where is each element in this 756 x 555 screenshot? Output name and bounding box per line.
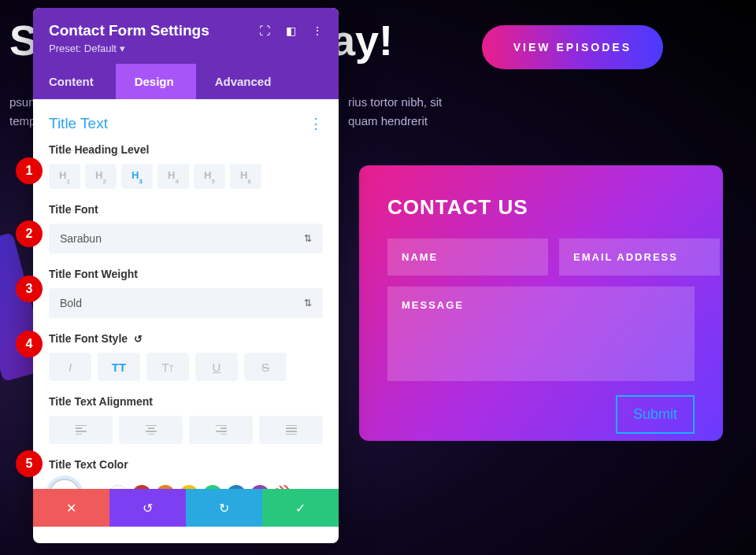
annotation-3: 3 [16, 276, 43, 302]
tab-advanced[interactable]: Advanced [196, 64, 294, 99]
snap-icon[interactable]: ◧ [286, 24, 296, 37]
title-font-select[interactable]: Sarabun ⇅ [49, 224, 323, 253]
message-field[interactable] [387, 287, 695, 381]
smallcaps-button[interactable]: TT [146, 353, 189, 381]
dropdown-caret-icon: ▾ [120, 43, 125, 54]
underline-button[interactable]: U [195, 353, 238, 381]
title-color-group: Title Text Color ••• Saved Global Recent… [49, 458, 323, 489]
panel-tabs: Content Design Advanced [33, 64, 339, 99]
cancel-button[interactable]: ✕ [33, 489, 109, 527]
panel-title: Contact Form Settings [49, 22, 209, 39]
h2-button[interactable]: H2 [85, 164, 117, 189]
annotation-1: 1 [16, 157, 43, 184]
color-swatch-current[interactable] [49, 479, 80, 489]
title-weight-value: Bold [60, 297, 82, 309]
settings-panel: Contact Form Settings ⛶ ◧ ⋮ Preset: Defa… [33, 8, 339, 543]
title-color-label: Title Text Color [49, 458, 323, 471]
tab-content[interactable]: Content [33, 64, 116, 99]
bg-desc-r2: quam hendrerit [348, 112, 428, 131]
heading-level-group: Title Heading Level H1 H2 H3 H4 H5 H6 [49, 143, 323, 189]
align-center-button[interactable] [119, 416, 183, 444]
title-align-label: Title Text Alignment [49, 395, 323, 408]
annotation-5: 5 [16, 450, 43, 477]
contact-heading: CONTACT US [387, 195, 695, 220]
email-field[interactable] [559, 239, 720, 276]
select-caret-icon: ⇅ [304, 233, 312, 244]
panel-header: Contact Form Settings ⛶ ◧ ⋮ Preset: Defa… [33, 8, 339, 64]
select-caret-icon: ⇅ [304, 298, 312, 309]
h1-button[interactable]: H1 [49, 164, 80, 189]
panel-footer: ✕ ↺ ↻ ✓ [33, 489, 339, 527]
submit-button[interactable]: Submit [616, 395, 695, 434]
annotation-4: 4 [16, 331, 43, 357]
uppercase-button[interactable]: TT [98, 353, 140, 381]
title-style-label-text: Title Font Style [49, 332, 128, 345]
menu-icon[interactable]: ⋮ [312, 24, 323, 37]
name-field[interactable] [387, 239, 548, 276]
panel-body: Title Text ⋮ Title Heading Level H1 H2 H… [33, 99, 339, 489]
section-title: Title Text [49, 115, 108, 132]
title-weight-select[interactable]: Bold ⇅ [49, 288, 323, 318]
title-style-group: Title Font Style ↺ I TT TT U S [49, 332, 323, 381]
heading-level-label: Title Heading Level [49, 143, 323, 156]
tab-design[interactable]: Design [116, 64, 196, 99]
preset-label: Preset: Default [49, 43, 117, 54]
reset-icon[interactable]: ↺ [134, 333, 143, 345]
bg-desc-l2: temp [9, 114, 35, 128]
strikethrough-button[interactable]: S [244, 353, 287, 381]
expand-icon[interactable]: ⛶ [259, 24, 270, 37]
title-style-label: Title Font Style ↺ [49, 332, 323, 345]
bg-desc-r1: rius tortor nibh, sit [348, 93, 442, 112]
h6-button[interactable]: H6 [230, 164, 261, 189]
title-weight-label: Title Font Weight [49, 268, 323, 280]
undo-button[interactable]: ↺ [109, 489, 186, 527]
title-align-group: Title Text Alignment [49, 395, 323, 444]
annotation-2: 2 [16, 220, 43, 247]
h4-button[interactable]: H4 [158, 164, 189, 189]
h3-button[interactable]: H3 [121, 164, 153, 189]
section-options-icon[interactable]: ⋮ [309, 115, 323, 132]
preset-selector[interactable]: Preset: Default ▾ [49, 43, 323, 54]
redo-button[interactable]: ↻ [186, 489, 262, 527]
h5-button[interactable]: H5 [194, 164, 225, 189]
save-button[interactable]: ✓ [262, 489, 339, 527]
align-left-button[interactable] [49, 416, 113, 444]
title-font-label: Title Font [49, 203, 323, 216]
italic-button[interactable]: I [49, 353, 91, 381]
title-font-group: Title Font Sarabun ⇅ [49, 203, 323, 253]
title-font-value: Sarabun [60, 232, 102, 245]
title-weight-group: Title Font Weight Bold ⇅ [49, 268, 323, 318]
contact-form-preview: CONTACT US Submit [359, 165, 723, 441]
align-right-button[interactable] [189, 416, 253, 444]
view-episodes-button[interactable]: VIEW EPISODES [482, 25, 663, 69]
align-justify-button[interactable] [259, 416, 323, 444]
